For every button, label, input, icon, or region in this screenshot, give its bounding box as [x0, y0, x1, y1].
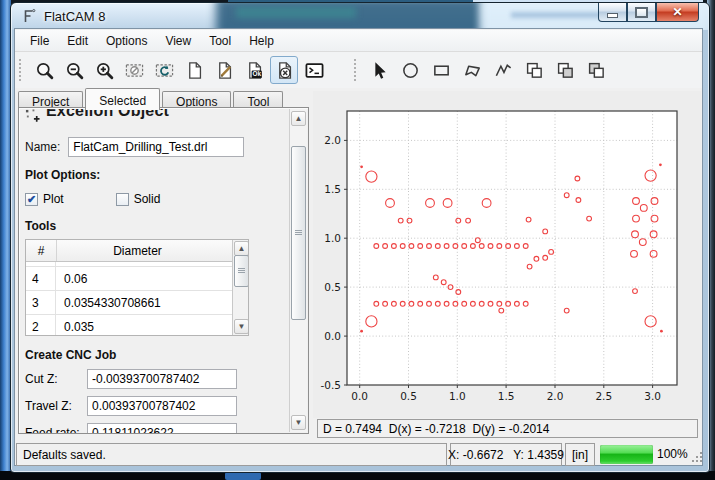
units-indicator: [in] [565, 443, 595, 466]
toolbar-group-geometry [365, 56, 610, 84]
draw-rectangle-icon [432, 61, 451, 80]
solid-checkbox-label: Solid [134, 192, 161, 206]
resize-grip[interactable] [692, 452, 704, 464]
tools-table: # Diameter 40.0630.035433070866120.035 ▲… [25, 239, 249, 336]
table-row[interactable]: 20.035 [26, 315, 248, 336]
zoom-fit-icon [35, 61, 54, 80]
travel-z-input[interactable] [87, 396, 237, 416]
menu-tool[interactable]: Tool [200, 31, 240, 51]
name-input[interactable] [68, 137, 244, 157]
zoom-out-button[interactable] [60, 56, 88, 84]
glass-reflection-teal [236, 7, 356, 18]
menu-file[interactable]: File [21, 31, 58, 51]
shell-icon [305, 61, 324, 80]
draw-circle-button[interactable] [396, 56, 424, 84]
draw-circle-icon [401, 61, 420, 80]
clear-plot-button[interactable] [120, 56, 148, 84]
union-button[interactable] [520, 56, 548, 84]
shell-button[interactable] [300, 56, 328, 84]
plot-options-label: Plot Options: [25, 168, 287, 182]
subtract-button[interactable] [582, 56, 610, 84]
tool-number-cell[interactable]: 3 [26, 291, 56, 314]
delete-object-button[interactable] [270, 56, 298, 84]
save-project-icon: Ok [245, 61, 264, 80]
svg-text:1.5: 1.5 [324, 183, 341, 195]
new-project-button[interactable] [180, 56, 208, 84]
toolbar-drag-handle[interactable] [19, 59, 24, 81]
tools-table-scrollbar[interactable]: ▲ ▼ [232, 240, 248, 335]
delete-object-icon [275, 61, 294, 80]
scrollbar-thumb[interactable] [291, 146, 306, 320]
select-tool-icon [370, 61, 389, 80]
svg-text:2.5: 2.5 [595, 390, 612, 402]
scroll-up-icon[interactable]: ▲ [234, 241, 249, 256]
excellon-object-icon [25, 109, 40, 124]
maximize-icon [635, 7, 648, 18]
tool-diameter-cell[interactable]: 0.06 [56, 267, 217, 290]
screen: FlatCAM 8 ✕ FileEditOptionsViewToolHelp … [0, 0, 715, 480]
intersection-icon [556, 61, 575, 80]
tools-table-header-number[interactable]: # [26, 240, 57, 261]
toolbar: Ok [15, 52, 702, 88]
menubar: FileEditOptionsViewToolHelp [15, 30, 702, 52]
menu-view[interactable]: View [156, 31, 200, 51]
menu-options[interactable]: Options [97, 31, 156, 51]
replot-button[interactable] [150, 56, 178, 84]
solid-checkbox[interactable] [116, 193, 129, 206]
svg-text:1.0: 1.0 [324, 232, 341, 244]
tools-table-header: # Diameter [26, 240, 248, 262]
svg-text:0.5: 0.5 [324, 281, 341, 293]
zoom-in-button[interactable] [90, 56, 118, 84]
scroll-down-icon[interactable]: ▼ [234, 319, 249, 334]
progress-percent: 100% [657, 447, 688, 461]
taskbar-fragment [225, 472, 261, 480]
draw-path-button[interactable] [489, 56, 517, 84]
zoom-fit-button[interactable] [30, 56, 58, 84]
maximize-button[interactable] [627, 3, 656, 22]
draw-rectangle-button[interactable] [427, 56, 455, 84]
plot-canvas[interactable]: 0.00.51.01.52.02.53.0-0.50.00.51.01.52.0 [313, 91, 701, 418]
feed-rate-label: Feed rate: [25, 426, 87, 434]
intersection-button[interactable] [551, 56, 579, 84]
selected-tab-panel: Excellon Object Name: Plot Options: ✔ Pl… [18, 107, 309, 434]
scroll-down-icon[interactable]: ▼ [291, 415, 306, 430]
toolbar-drag-handle[interactable] [354, 59, 359, 81]
close-button[interactable]: ✕ [656, 3, 699, 22]
table-row[interactable]: 40.06 [26, 267, 248, 291]
tools-table-header-diameter[interactable]: Diameter [57, 240, 218, 261]
travel-z-label: Travel Z: [25, 399, 87, 413]
new-project-icon [185, 61, 204, 80]
replot-icon [155, 61, 174, 80]
cut-z-input[interactable] [87, 369, 237, 389]
open-project-button[interactable] [210, 56, 238, 84]
drill-pattern-plot: 0.00.51.01.52.02.53.0-0.50.00.51.01.52.0 [313, 91, 701, 418]
tool-diameter-cell[interactable]: 0.0354330708661 [56, 291, 217, 314]
draw-polygon-button[interactable] [458, 56, 486, 84]
minimize-icon [607, 13, 618, 18]
status-message: Defaults saved. [16, 443, 447, 466]
tool-diameter-cell[interactable]: 0.035 [56, 315, 217, 336]
clear-plot-icon [125, 61, 144, 80]
svg-text:3.0: 3.0 [644, 390, 661, 402]
close-icon: ✕ [672, 6, 682, 18]
panel-scrollbar[interactable]: ▲ ▼ [289, 109, 307, 432]
select-tool-button[interactable] [365, 56, 393, 84]
table-row[interactable]: 30.0354330708661 [26, 291, 248, 315]
tab-selected[interactable]: Selected [85, 88, 160, 110]
scrollbar-thumb[interactable] [234, 255, 249, 287]
menu-help[interactable]: Help [240, 31, 283, 51]
svg-text:0.0: 0.0 [351, 390, 368, 402]
menu-edit[interactable]: Edit [58, 31, 97, 51]
plot-checkbox[interactable]: ✔ [25, 193, 38, 206]
tool-number-cell[interactable]: 2 [26, 315, 56, 336]
toolbar-group-main: Ok [30, 56, 328, 84]
measurement-readout: D = 0.7494 D(x) = -0.7218 D(y) = -0.2014 [317, 419, 698, 438]
svg-text:0.5: 0.5 [400, 390, 417, 402]
progress-bar [600, 445, 653, 464]
save-project-button[interactable]: Ok [240, 56, 268, 84]
tool-number-cell[interactable]: 4 [26, 267, 56, 290]
svg-text:2.0: 2.0 [547, 390, 564, 402]
scroll-up-icon[interactable]: ▲ [291, 111, 306, 126]
feed-rate-input[interactable] [87, 423, 237, 434]
minimize-button[interactable] [598, 3, 627, 22]
